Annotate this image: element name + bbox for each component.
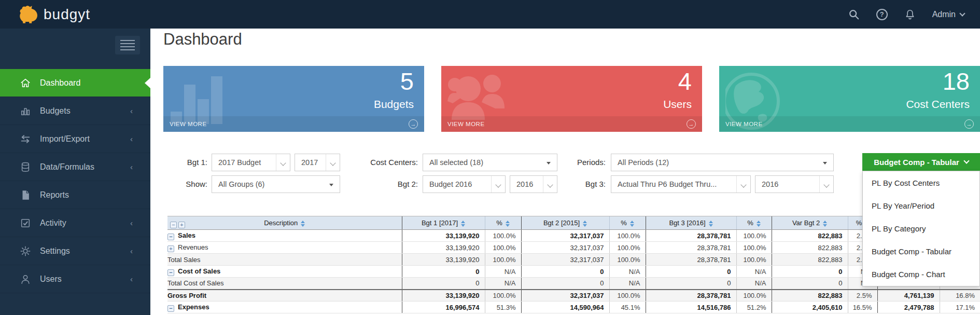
bgt3-label: Bgt 3: [561,175,606,193]
sort-icon[interactable] [757,221,761,227]
top-navbar: budgyt ? Admin [0,0,980,29]
bgt1-year-select[interactable]: 2017 [295,154,340,171]
view-menu-item-budget-comp-tabular[interactable]: Budget Comp - Tabular [863,240,979,263]
sort-icon[interactable] [301,221,305,227]
table-row: Gross Profit33,139,920100.0%32,317,03710… [167,290,980,302]
collapse-row-button[interactable]: − [167,305,174,312]
value-cell: 822,883 [772,242,848,254]
sidebar-item-settings[interactable]: Settings‹ [0,237,150,265]
column-header[interactable]: % [609,216,646,230]
column-header[interactable]: Bgt 3 [2016] [646,216,736,230]
budget-comparison-table: −+DescriptionBgt 1 [2017]%Bgt 2 [2015]%B… [167,216,980,313]
sidebar-item-budgets[interactable]: Budgets‹ [0,97,150,125]
help-icon[interactable]: ? [876,9,888,20]
sidebar-item-dashboard[interactable]: Dashboard [0,69,150,97]
sort-icon[interactable] [630,221,634,227]
chevron-down-icon [736,176,750,193]
bgt2-year-select[interactable]: 2016 [510,175,557,193]
search-icon[interactable] [848,9,860,20]
column-header-description[interactable]: −+Description [167,216,402,230]
arrow-right-circle-icon[interactable]: → [409,119,418,129]
brand-logo[interactable]: budgyt [0,5,90,24]
view-menu-item-pl-by-year-period[interactable]: PL By Year/Period [863,194,979,217]
column-header-label: Description [264,219,298,227]
row-label: Total Sales [167,256,201,264]
arrow-right-circle-icon[interactable]: → [687,119,696,129]
bgt2-budget-select[interactable]: Budget 2016 [423,175,506,193]
percent-cell: 45.1% [609,302,646,313]
collapse-all-button[interactable]: − [170,222,177,228]
column-header[interactable]: Bgt 1 [2017] [402,216,485,230]
sort-icon[interactable] [583,221,587,227]
view-menu-item-budget-comp-chart[interactable]: Budget Comp - Chart [863,263,979,286]
row-label: Cost of Sales [178,267,220,275]
collapse-row-button[interactable]: − [167,234,174,240]
sidebar-item-data-formulas[interactable]: Data/Formulas‹ [0,153,150,181]
column-header[interactable]: Var Bgt 2 [772,216,848,230]
notifications-bell-icon[interactable] [904,9,916,20]
show-label: Show: [163,175,207,193]
view-selector-label: Budget Comp - Tabular [874,158,959,167]
sidebar-item-reports[interactable]: Reports [0,181,150,209]
value-cell: 0 [402,278,485,290]
sidebar-collapse-button[interactable] [115,36,140,54]
percent-cell: 51.2% [736,302,772,313]
stat-label: Users [663,98,692,111]
bar-chart-icon [20,105,31,117]
row-label: Expenses [178,303,209,311]
row-description: Total Cost of Sales [167,278,402,290]
sidebar-item-users[interactable]: Users‹ [0,265,150,293]
sidebar-item-activity[interactable]: Activity‹ [0,209,150,237]
periods-select[interactable]: All Periods (12) [611,154,834,171]
percent-cell: N/A [485,278,521,290]
view-selector-menu: PL By Cost CentersPL By Year/PeriodPL By… [862,171,980,286]
stat-card-budgets[interactable]: 5BudgetsVIEW MORE→ [163,66,424,132]
sidebar-item-label: Settings [40,246,70,256]
expand-row-button[interactable]: + [167,245,174,252]
show-select[interactable]: All Groups (6) [212,175,340,193]
view-more-bar[interactable]: VIEW MORE→ [441,116,702,132]
percent-cell: 17.1% [940,302,980,313]
stat-label: Cost Centers [906,98,970,111]
percent-cell: N/A [736,266,772,278]
expand-all-button[interactable]: + [178,222,185,228]
sort-icon[interactable] [709,221,713,227]
brand-name: budgyt [44,6,90,23]
stat-value: 18 [943,67,970,95]
view-menu-item-pl-by-cost-centers[interactable]: PL By Cost Centers [863,171,979,194]
stat-card-users[interactable]: 4UsersVIEW MORE→ [441,66,702,132]
column-header-label: Bgt 2 [2015] [543,219,580,227]
view-more-label: VIEW MORE [447,121,485,127]
percent-cell: 16.5% [848,302,877,313]
view-more-bar[interactable]: VIEW MORE→ [163,116,424,132]
view-more-bar[interactable]: VIEW MORE→ [719,116,980,132]
percent-cell: 100.0% [485,242,521,254]
chevron-down-icon [963,158,969,163]
percent-cell: N/A [609,266,646,278]
percent-cell: N/A [485,266,521,278]
collapse-row-button[interactable]: − [167,269,174,276]
cost-centers-select[interactable]: All selected (18) [423,154,557,171]
sort-icon[interactable] [461,221,465,227]
bgt1-budget-select[interactable]: 2017 Budget [212,154,290,171]
column-header-label: % [856,219,862,227]
percent-cell: 100.0% [485,290,521,302]
user-menu[interactable]: Admin [932,10,964,19]
sort-icon[interactable] [823,221,827,227]
column-header[interactable]: % [485,216,521,230]
arrow-right-circle-icon[interactable]: → [964,119,974,129]
view-menu-item-pl-by-category[interactable]: PL By Category [863,217,979,240]
column-header[interactable]: % [736,216,772,230]
view-selector-button[interactable]: Budget Comp - Tabular [862,153,980,171]
table-row: Total Sales33,139,920100.0%32,317,037100… [167,254,980,266]
stat-card-cost-centers[interactable]: 18Cost CentersVIEW MORE→ [719,66,980,132]
check-square-icon [20,217,31,229]
sidebar-item-import-export[interactable]: Import/Export‹ [0,125,150,153]
bgt1-label: Bgt 1: [163,154,207,171]
sort-icon[interactable] [506,221,510,227]
view-more-label: VIEW MORE [170,121,207,127]
bgt3-budget-select[interactable]: Actual Thru P6 Budget Thru... [611,175,751,193]
bgt3-year-select[interactable]: 2016 [755,175,834,193]
column-header[interactable]: Bgt 2 [2015] [521,216,609,230]
table-row: −Cost of Sales0N/A0N/A0N/A0N/A [167,266,980,278]
